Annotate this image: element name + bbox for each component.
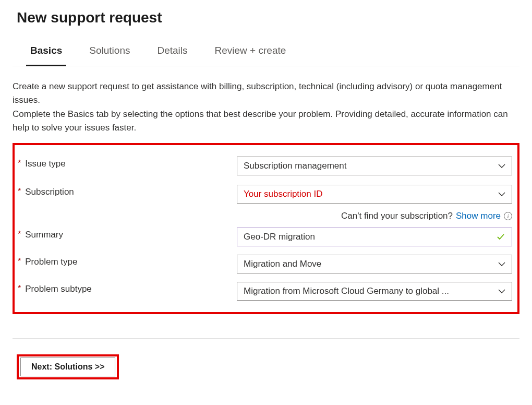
intro-line-1: Create a new support request to get assi…: [13, 81, 502, 105]
next-button-highlight: Next: Solutions >>: [17, 354, 119, 379]
chevron-down-icon: [498, 190, 505, 198]
subscription-value: Your subscription ID: [244, 189, 323, 199]
subscription-select[interactable]: Your subscription ID: [237, 185, 512, 204]
summary-label-text: Summary: [25, 230, 63, 240]
chevron-down-icon: [498, 288, 505, 295]
subscription-helper: Can't find your subscription? Show more …: [237, 211, 512, 221]
problem-subtype-label: * Problem subtype: [18, 282, 237, 294]
issue-type-select[interactable]: Subscription management: [237, 157, 512, 175]
intro-text: Create a new support request to get assi…: [13, 80, 519, 135]
tab-bar: Basics Solutions Details Review + create: [13, 33, 519, 66]
info-icon[interactable]: i: [504, 212, 512, 220]
problem-type-label-text: Problem type: [25, 257, 77, 267]
required-asterisk: *: [18, 284, 21, 293]
tab-basics[interactable]: Basics: [30, 45, 62, 66]
problem-subtype-value: Migration from Microsoft Cloud Germany t…: [244, 286, 449, 296]
tab-details[interactable]: Details: [157, 45, 187, 66]
required-asterisk: *: [18, 230, 21, 239]
summary-input[interactable]: Geo-DR migration: [237, 228, 512, 246]
summary-value: Geo-DR migration: [244, 232, 315, 242]
chevron-down-icon: [498, 260, 505, 268]
tab-solutions[interactable]: Solutions: [89, 45, 130, 66]
form-highlight: * Issue type Subscription management * S…: [13, 143, 519, 314]
issue-type-label: * Issue type: [18, 157, 237, 169]
check-icon: [496, 232, 505, 242]
show-more-link[interactable]: Show more: [456, 211, 501, 221]
subscription-label: * Subscription: [18, 185, 237, 197]
issue-type-label-text: Issue type: [25, 159, 66, 169]
summary-label: * Summary: [18, 228, 237, 240]
next-solutions-button[interactable]: Next: Solutions >>: [20, 358, 115, 376]
required-asterisk: *: [18, 187, 21, 196]
intro-line-2: Complete the Basics tab by selecting the…: [13, 109, 508, 133]
subscription-label-text: Subscription: [25, 187, 74, 197]
tab-review-create[interactable]: Review + create: [215, 45, 286, 66]
problem-type-value: Migration and Move: [244, 259, 321, 269]
subscription-helper-text: Can't find your subscription?: [341, 211, 453, 221]
required-asterisk: *: [18, 257, 21, 266]
problem-type-label: * Problem type: [18, 255, 237, 267]
problem-subtype-select[interactable]: Migration from Microsoft Cloud Germany t…: [237, 282, 512, 301]
problem-type-select[interactable]: Migration and Move: [237, 255, 512, 273]
required-asterisk: *: [18, 159, 21, 168]
page-title: New support request: [17, 9, 519, 26]
problem-subtype-label-text: Problem subtype: [25, 284, 92, 294]
footer: Next: Solutions >>: [13, 338, 519, 379]
issue-type-value: Subscription management: [244, 161, 347, 171]
chevron-down-icon: [498, 162, 505, 170]
